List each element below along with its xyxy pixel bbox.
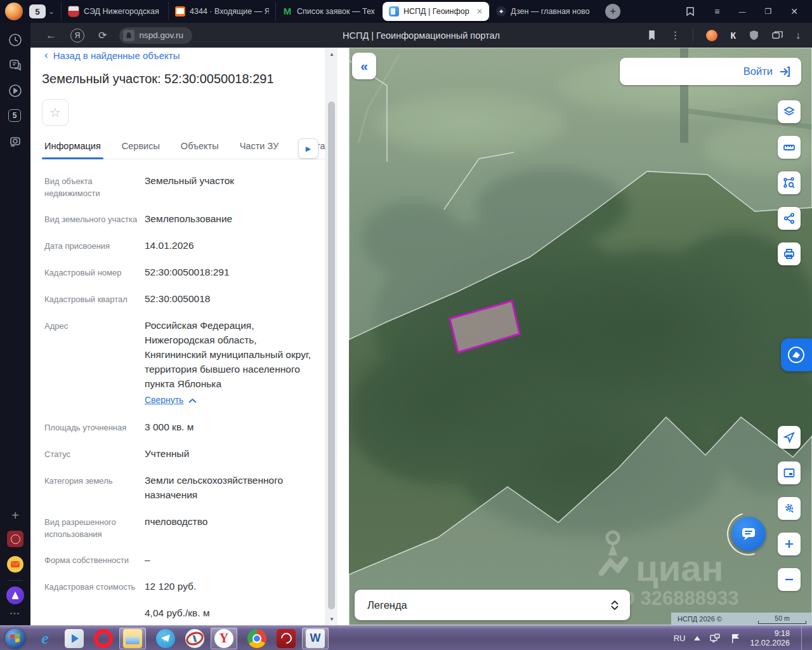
kebab-menu-icon[interactable]: ⋮ bbox=[670, 29, 680, 41]
bookmark-icon[interactable] bbox=[646, 30, 657, 41]
network-icon[interactable] bbox=[709, 633, 721, 644]
yandex-mail-icon[interactable] bbox=[7, 556, 23, 573]
time: 9:18 bbox=[750, 629, 790, 639]
maximize-button[interactable]: ❐ bbox=[765, 7, 772, 16]
back-button[interactable]: ← bbox=[46, 29, 56, 42]
print-button[interactable] bbox=[778, 242, 801, 265]
language-indicator[interactable]: RU bbox=[674, 633, 686, 643]
video-icon[interactable] bbox=[8, 84, 22, 98]
close-tab-icon[interactable]: ✕ bbox=[476, 7, 483, 16]
tab-zayavki[interactable]: М Список заявок — Тех bbox=[275, 2, 383, 21]
svg-text:ID 326888933: ID 326888933 bbox=[615, 587, 739, 609]
legend-bar[interactable]: Легенда bbox=[355, 590, 630, 620]
chevron-down-icon[interactable]: ⌄ bbox=[48, 7, 55, 16]
zoom-in-button[interactable] bbox=[778, 533, 801, 555]
tab-dzen[interactable]: ✦ Дзен — главная ново bbox=[489, 2, 596, 21]
tabs-scroll-right-button[interactable]: ▶ bbox=[298, 138, 318, 159]
profile-avatar[interactable] bbox=[5, 3, 23, 20]
extension-k-icon[interactable]: К bbox=[730, 30, 736, 41]
tabs-count-icon[interactable]: 5 bbox=[8, 109, 22, 123]
tab-mail[interactable]: 4344 · Входящие — Я bbox=[168, 2, 275, 21]
tab-services[interactable]: Сервисы bbox=[122, 141, 160, 151]
locate-button[interactable] bbox=[778, 426, 801, 449]
chats-icon[interactable] bbox=[8, 58, 22, 72]
alisa-icon[interactable] bbox=[6, 587, 24, 604]
minimize-button[interactable]: — bbox=[739, 8, 746, 15]
feedback-tab-button[interactable] bbox=[781, 338, 812, 371]
url-text: nspd.gov.ru bbox=[139, 30, 183, 40]
chevron-up-icon bbox=[188, 398, 197, 403]
tab-objects[interactable]: Объекты bbox=[181, 141, 219, 151]
bookmark-panel-icon[interactable] bbox=[685, 6, 695, 17]
object-info-panel: ‹ Назад в найденные объекты Земельный уч… bbox=[30, 48, 337, 625]
scroll-up-icon[interactable]: ▲ bbox=[326, 49, 337, 59]
tab-nspd-active[interactable]: НСПД | Геоинфор ✕ bbox=[383, 2, 489, 21]
field-row: Площадь уточненная3 000 кв. м bbox=[44, 420, 321, 434]
overview-map-button[interactable] bbox=[778, 461, 801, 484]
taskbar-snipping-icon[interactable] bbox=[185, 629, 204, 648]
hidden-icons-button[interactable] bbox=[694, 636, 700, 640]
collapse-address-link[interactable]: Свернуть bbox=[145, 393, 321, 408]
reload-button[interactable]: ⟳ bbox=[98, 29, 107, 41]
taskbar-mediaplayer-icon[interactable] bbox=[65, 629, 84, 648]
yandex-home-button[interactable]: Я bbox=[70, 29, 84, 43]
field-row-clipped: 4,04 руб./кв. м bbox=[44, 606, 321, 620]
sed-app-icon[interactable] bbox=[7, 531, 23, 547]
clock[interactable]: 9:18 12.02.2026 bbox=[750, 629, 790, 648]
taskbar-chrome-icon[interactable] bbox=[247, 629, 266, 648]
shield-icon[interactable] bbox=[749, 30, 759, 41]
taskbar-acrobat-icon[interactable] bbox=[277, 629, 296, 648]
taskbar-yandex-active[interactable]: Y bbox=[211, 628, 237, 649]
chat-fab-button[interactable] bbox=[731, 517, 766, 551]
add-panel-icon[interactable]: + bbox=[8, 508, 22, 522]
tab-parts[interactable]: Части ЗУ bbox=[240, 141, 279, 151]
address-bar[interactable]: nspd.gov.ru bbox=[119, 27, 192, 44]
collapse-panel-button[interactable]: « bbox=[352, 53, 376, 79]
layers-button[interactable] bbox=[778, 100, 801, 123]
more-icon[interactable]: ••• bbox=[0, 610, 30, 617]
taskbar-explorer-active[interactable] bbox=[119, 628, 146, 649]
taskbar-ie-icon[interactable]: e bbox=[36, 629, 55, 648]
download-icon[interactable]: ↓ bbox=[796, 30, 801, 41]
history-icon[interactable] bbox=[8, 33, 22, 47]
share-button[interactable] bbox=[778, 207, 801, 230]
tab-counter[interactable]: 5 bbox=[29, 4, 46, 18]
back-to-results-link[interactable]: ‹ Назад в найденные объекты bbox=[30, 48, 326, 62]
date: 12.02.2026 bbox=[750, 639, 790, 648]
scrollbar-thumb[interactable] bbox=[328, 102, 335, 609]
taskbar-word-active[interactable]: W bbox=[302, 628, 329, 649]
taskbar-telegram-icon[interactable] bbox=[156, 629, 175, 648]
zoom-out-button[interactable] bbox=[778, 568, 801, 591]
close-window-button[interactable]: ✕ bbox=[790, 6, 798, 17]
panel-tabs: Информация Сервисы Объекты Части ЗУ Сост… bbox=[44, 141, 326, 159]
field-rows: Вид объекта недвижимостиЗемельный участо… bbox=[30, 159, 326, 620]
screenshot-icon[interactable] bbox=[8, 135, 22, 149]
map-view[interactable]: циан ID 326888933 « Войти Легенда bbox=[349, 48, 812, 625]
search-area-button[interactable] bbox=[778, 497, 801, 520]
show-desktop-button[interactable] bbox=[801, 626, 806, 650]
lock-icon bbox=[123, 30, 134, 41]
field-row: Дата присвоения14.01.2026 bbox=[44, 238, 321, 253]
field-row: Кадастровая стоимость12 120 руб. bbox=[44, 579, 321, 594]
system-tray: RU 9:18 12.02.2026 bbox=[674, 626, 812, 650]
tab-sed[interactable]: СЭД Нижегородская bbox=[61, 2, 168, 21]
taskbar-opera-icon[interactable] bbox=[94, 629, 113, 648]
action-center-flag-icon[interactable] bbox=[730, 633, 741, 644]
scroll-down-icon[interactable]: ▼ bbox=[326, 614, 337, 624]
spatial-search-button[interactable] bbox=[778, 171, 801, 194]
favorite-star-button[interactable]: ☆ bbox=[42, 99, 69, 126]
panel-scrollbar[interactable]: ▲ ▼ bbox=[325, 48, 337, 625]
login-button[interactable]: Войти bbox=[620, 58, 801, 85]
start-button[interactable] bbox=[5, 628, 25, 649]
new-tab-button[interactable]: + bbox=[605, 4, 620, 19]
copyright-text: НСПД 2026 © bbox=[678, 615, 722, 623]
crest-icon bbox=[68, 6, 79, 17]
menu-icon[interactable]: ≡ bbox=[714, 6, 719, 17]
login-icon bbox=[778, 65, 791, 78]
tab-information[interactable]: Информация bbox=[44, 141, 101, 151]
browser-toolbar: ← Я ⟳ nspd.gov.ru НСПД | Геоинформационн… bbox=[30, 23, 812, 48]
scale-bar: 50 m bbox=[759, 614, 806, 624]
extension-assistant-icon[interactable] bbox=[706, 30, 717, 41]
cards-icon[interactable] bbox=[772, 30, 783, 41]
measure-button[interactable] bbox=[778, 136, 801, 159]
